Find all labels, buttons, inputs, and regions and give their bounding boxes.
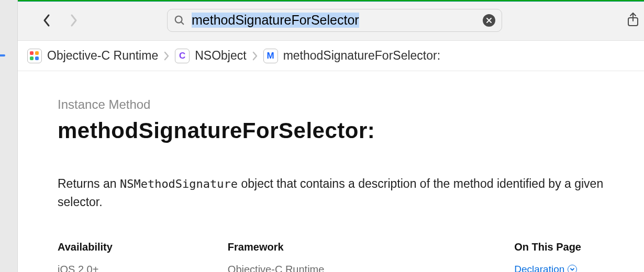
onthispage-col: On This Page Declaration [514,241,581,272]
summary-code: NSMethodSignature [120,177,238,190]
search-icon [174,15,185,26]
forward-button[interactable] [66,13,82,28]
framework-value: Objective-C Runtime [228,264,325,272]
availability-value: iOS 2.0+ [58,264,113,272]
breadcrumb: Objective-C Runtime C NSObject M methodS… [18,41,644,71]
back-button[interactable] [39,13,54,28]
method-icon: M [263,49,278,63]
share-button[interactable] [626,12,640,29]
class-icon: C [175,49,190,63]
doc-content: Instance Method methodSignatureForSelect… [18,71,644,272]
chevron-right-icon [252,51,258,61]
nav-arrows [39,13,82,28]
framework-label: Framework [228,241,325,253]
framework-col: Framework Objective-C Runtime [228,241,325,272]
toolbar: methodSignatureForSelector [18,0,644,41]
app-window: methodSignatureForSelector Objective-C R [0,0,644,272]
breadcrumb-method: methodSignatureForSelector: [283,49,440,63]
sidebar [0,0,18,272]
declaration-link-text: Declaration [514,264,564,272]
search-field[interactable]: methodSignatureForSelector [167,9,502,32]
breadcrumb-class[interactable]: NSObject [195,49,246,63]
framework-icon [27,49,42,63]
clear-search-button[interactable] [483,14,495,27]
availability-col: Availability iOS 2.0+ [58,241,113,272]
svg-line-1 [181,21,184,24]
main-area: methodSignatureForSelector Objective-C R [18,0,644,272]
metadata-columns: Availability iOS 2.0+ Framework Objectiv… [58,241,613,272]
chevron-right-icon [163,51,170,61]
summary-pre: Returns an [58,177,120,190]
symbol-kind: Instance Method [58,97,613,112]
search-text: methodSignatureForSelector [192,13,359,28]
window-accent-strip [18,0,644,2]
breadcrumb-framework[interactable]: Objective-C Runtime [47,49,158,63]
search-input[interactable]: methodSignatureForSelector [192,13,359,28]
availability-label: Availability [58,241,113,253]
declaration-link[interactable]: Declaration [514,264,581,272]
summary: Returns an NSMethodSignature object that… [58,175,613,211]
page-title: methodSignatureForSelector: [58,118,613,143]
chevron-down-icon [568,265,577,272]
onthispage-label: On This Page [514,241,581,253]
